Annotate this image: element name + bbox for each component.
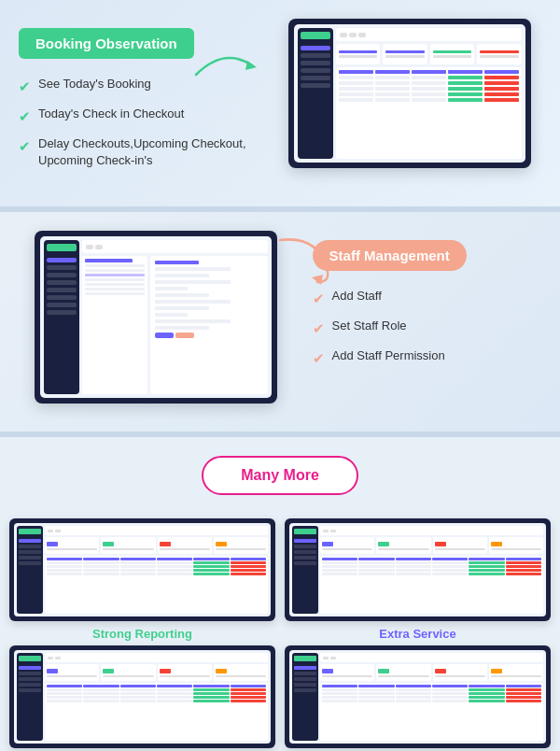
header-dot [323,530,329,532]
table-cell [448,98,483,102]
table-cell [358,692,394,695]
table-row [339,92,519,96]
table-cell [47,700,82,702]
mockup-cards-row [336,44,522,64]
table-cell [157,685,192,687]
header-dot [95,245,103,249]
table-cell [193,565,229,568]
table-cell [193,569,229,572]
header-dot [330,657,336,659]
strong-reporting-mockup [9,518,275,621]
table-cell [83,685,119,687]
table-cell [322,561,357,564]
many-more-section: Many More [0,437,560,514]
mockup-sidebar-item [47,280,77,285]
header-dot [330,530,336,532]
mini-sidebar-item [294,677,316,681]
table-cell [432,692,468,695]
table-cell [231,573,266,575]
mini-header-4 [320,653,543,662]
table-cell [339,87,373,91]
header-dot [86,245,93,249]
table-cell [506,569,541,572]
table-row [339,98,519,102]
table-cell [448,92,483,96]
screenshot-bottom-left [9,645,275,748]
header-dot [340,33,347,37]
table-cell [484,81,519,85]
table-cell [358,688,394,691]
table-cell [506,696,541,699]
table-cell [83,558,119,560]
mini-sidebar-item [19,545,41,548]
table-cell [193,561,229,564]
table-cell [157,561,192,564]
table-cell [358,561,394,564]
table-cell [484,87,519,91]
table-cell [506,565,541,568]
table-cell [47,692,82,695]
many-more-button[interactable]: Many More [202,456,358,495]
staff-mockup-inner [40,236,272,398]
booking-mockup-screen [288,19,531,168]
table-cell [120,692,156,695]
table-cell [484,92,519,96]
mockup-logo [47,244,77,251]
check-icon-staff-3: ✔ [313,348,325,368]
header-dot [349,33,357,37]
table-cell [396,696,431,699]
mini-sidebar-item [19,539,41,543]
mini-card [101,664,155,681]
mockup-sidebar-item [301,46,330,50]
booking-right-mockup [277,19,541,168]
table-cell [322,700,357,702]
staff-mockup-content [82,240,268,394]
mockup-sidebar [298,28,333,159]
table-cell [193,685,229,687]
card-badge [103,669,114,673]
panel-btn [155,333,174,338]
card-line [435,675,485,677]
table-cell [469,569,504,572]
table-cell [157,558,192,560]
table-row [47,569,266,572]
staff-features: ✔ Add Staff ✔ Set Staff Role ✔ Add Staff… [313,288,541,368]
table-cell [412,92,446,96]
mini-sidebar-item [19,561,41,565]
table-cell [339,92,373,96]
mockup-sidebar-item [301,61,330,65]
card-line [480,55,519,58]
card-badge [322,542,333,546]
table-cell [358,700,394,702]
table-row [322,692,541,695]
mini-card [214,537,268,554]
table-row [47,573,266,575]
panel-line [155,319,231,323]
mini-card [376,537,430,554]
table-cell [506,558,541,560]
table-cell [322,696,357,699]
table-cell [358,565,394,568]
card-line [385,50,425,53]
header-dot [323,657,329,659]
panel-line [85,274,145,276]
card-badge [491,669,502,673]
table-cell [157,696,192,699]
table-cell [322,688,357,691]
table-cell [47,565,82,568]
mini-card [101,537,155,554]
table-cell [448,81,483,85]
card-line [322,675,372,677]
table-row [322,700,541,702]
table-cell [83,565,119,568]
table-cell [396,558,431,560]
table-row [322,685,541,687]
card-badge [103,542,114,546]
table-cell [432,565,468,568]
table-cell [193,558,229,560]
mini-inner-2 [289,523,546,616]
table-cell [412,76,446,79]
table-cell [120,685,156,687]
card-line [435,548,485,550]
table-cell [469,688,504,691]
